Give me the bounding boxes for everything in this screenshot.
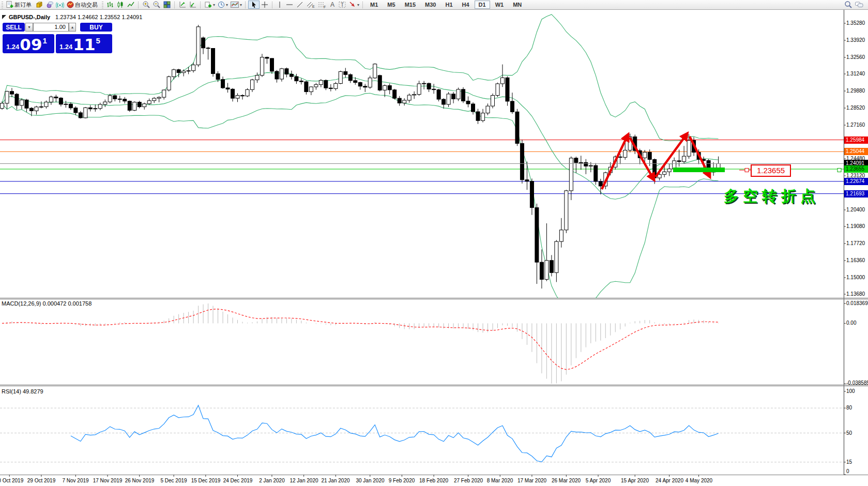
cursor-icon	[250, 1, 258, 9]
date-label: 8 Mar 2020	[487, 478, 513, 483]
timeframe-button-H1[interactable]: H1	[441, 1, 456, 9]
bollinger-bands	[2, 14, 719, 306]
chart-canvas[interactable]	[0, 0, 868, 486]
tile-windows-button[interactable]	[162, 1, 172, 9]
date-label: 5 Dec 2019	[160, 478, 187, 483]
rsi-axis-label: 0	[846, 468, 849, 474]
price-tick-label: 1.29880	[846, 88, 865, 94]
toolbar-separator	[272, 2, 273, 8]
price-tick-label: 1.35280	[846, 20, 865, 26]
svg-text:E: E	[312, 5, 315, 8]
buy-price-small: 1.24	[59, 43, 72, 51]
add-indicator-button[interactable]: ▾	[203, 1, 216, 9]
sell-price-small: 1.24	[6, 43, 19, 51]
sell-price-big: 09	[20, 37, 42, 53]
date-label: 30 Jan 2020	[356, 478, 384, 483]
periods-button[interactable]: ▾	[216, 1, 229, 9]
mt4-window: 新订单 自动交易	[0, 0, 868, 486]
trendline-button[interactable]	[295, 1, 305, 9]
volume-increase-button[interactable]: ▴	[69, 23, 76, 32]
toolbar-separator	[138, 2, 139, 8]
buy-price-big: 11	[73, 37, 95, 53]
date-label: 26 Mar 2020	[552, 478, 581, 483]
date-label: 4 May 2020	[686, 478, 712, 483]
strategy-tester-button[interactable]	[44, 1, 55, 9]
price-tick-label: 1.28520	[846, 105, 865, 111]
date-label: 12 Jan 2020	[290, 478, 318, 483]
volume-input[interactable]: 1.00	[33, 23, 69, 32]
turning-point-annotation[interactable]: 多空转折点	[724, 186, 819, 207]
label-anchor-handle[interactable]	[745, 169, 749, 172]
volume-decrease-button[interactable]: ▾	[25, 23, 33, 32]
hline-handle[interactable]	[837, 169, 841, 172]
timeframe-button-M30[interactable]: M30	[421, 1, 440, 9]
svg-text:T: T	[341, 2, 344, 8]
rsi-axis-label: 15	[846, 459, 852, 465]
text-label-button[interactable]: T	[337, 1, 347, 9]
indicator-list-button[interactable]	[177, 1, 188, 9]
text-button[interactable]: A	[328, 1, 337, 9]
zoom-out-icon	[153, 1, 161, 9]
price-tick-label: 1.13680	[846, 291, 865, 297]
support-zone-bar[interactable]	[673, 168, 725, 172]
timeframe-button-MN[interactable]: MN	[509, 1, 526, 9]
vertical-line-button[interactable]	[275, 1, 284, 9]
crosshair-button[interactable]	[260, 1, 270, 9]
buy-button[interactable]: BUY	[80, 23, 112, 32]
chat-icon	[855, 1, 864, 9]
timeframe-button-M15[interactable]: M15	[401, 1, 420, 9]
collapse-panel-icon[interactable]	[2, 15, 6, 19]
price-tick-label: 1.16360	[846, 257, 865, 263]
sell-button[interactable]: SELL	[3, 23, 25, 32]
autotrading-button[interactable]: 自动交易	[65, 1, 100, 9]
timeframe-button-M1[interactable]: M1	[366, 1, 382, 9]
cursor-button[interactable]	[248, 1, 260, 9]
timeframe-button-M5[interactable]: M5	[383, 1, 399, 9]
horizontal-line-button[interactable]	[284, 1, 295, 9]
template-icon	[230, 1, 239, 9]
new-order-button[interactable]: 新订单	[5, 1, 34, 9]
bar-chart-button[interactable]	[105, 1, 115, 9]
timeframe-button-W1[interactable]: W1	[491, 1, 508, 9]
buy-price-box[interactable]: 1.24 11 5	[56, 34, 112, 53]
date-label: 7 Nov 2019	[62, 478, 88, 483]
rsi-axis-label: 100	[846, 388, 855, 394]
date-label: 18 Feb 2020	[419, 478, 448, 483]
fibonacci-icon: F	[317, 1, 327, 9]
signals-button[interactable]	[55, 1, 65, 9]
price-tick-label: 1.19080	[846, 223, 865, 229]
sell-price-box[interactable]: 1.24 09 1	[3, 34, 54, 53]
candle-chart-icon	[116, 1, 125, 9]
date-label: 26 Nov 2019	[125, 478, 155, 483]
search-button[interactable]	[843, 1, 854, 9]
timeframe-button-H4[interactable]: H4	[458, 1, 474, 9]
svg-text:A: A	[330, 1, 334, 8]
indicator-window-button[interactable]	[188, 1, 198, 9]
line-chart-button[interactable]	[126, 1, 136, 9]
support-price-label[interactable]: 1.23655	[751, 164, 791, 177]
one-click-trading-panel: SELL ▾ 1.00 ▴ BUY 1.24 09 1 1.24 11 5	[3, 23, 112, 54]
date-label: 15 Apr 2020	[621, 478, 649, 483]
chat-button[interactable]	[854, 1, 865, 9]
new-order-icon	[6, 1, 14, 9]
market-watch-button[interactable]	[34, 1, 44, 9]
channel-icon: E	[306, 1, 315, 9]
zoom-out-button[interactable]	[151, 1, 162, 9]
templates-button[interactable]: ▾	[229, 1, 243, 9]
fibonacci-button[interactable]: F	[316, 1, 328, 9]
channel-button[interactable]: E	[305, 1, 316, 9]
zoom-in-button[interactable]	[141, 1, 151, 9]
date-label: 21 Jan 2020	[321, 478, 349, 483]
svg-text:F: F	[324, 5, 326, 9]
chart-title: GBPUSD-,Daily 1.23734 1.24662 1.23552 1.…	[2, 14, 142, 20]
toolbar-separator	[200, 2, 201, 8]
price-tick-label: 1.17720	[846, 240, 865, 246]
date-label: 9 Feb 2020	[389, 478, 415, 483]
date-label: 15 Dec 2019	[191, 478, 221, 483]
arrows-icon	[348, 1, 357, 9]
candle-chart-button[interactable]	[115, 1, 126, 9]
date-label: 24 Apr 2020	[656, 478, 683, 483]
arrows-button[interactable]: ▾	[347, 1, 360, 9]
timeframe-button-D1[interactable]: D1	[475, 1, 490, 9]
crosshair-icon	[261, 1, 269, 9]
